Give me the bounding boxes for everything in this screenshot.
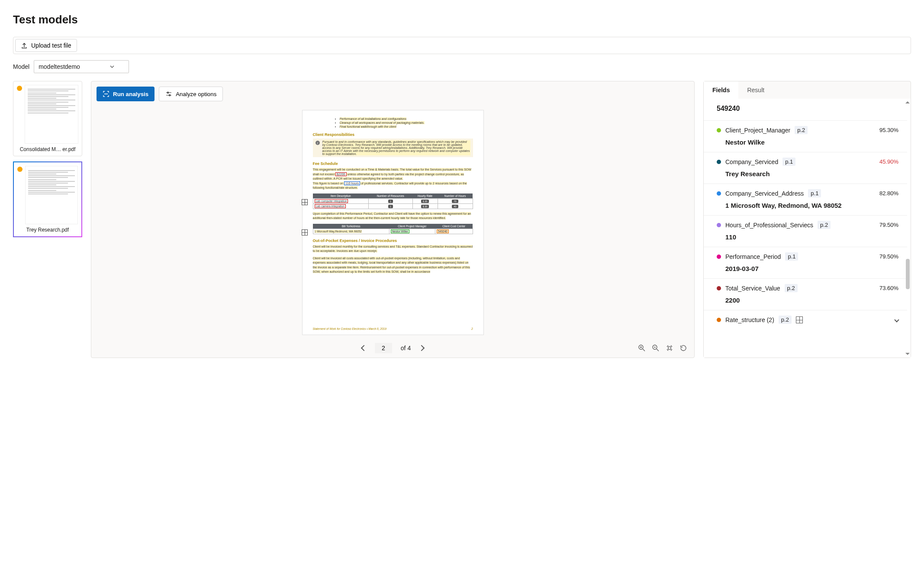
field-name: Company_Serviced [725,158,778,165]
tab-result[interactable]: Result [738,81,773,99]
doc-paragraph: Client will be invoiced all costs associ… [313,256,473,274]
thumbnail-list: Consolidated M… er.pdfTrey Research.pdf [13,81,82,358]
highlight-cost-center: 549240 [437,229,449,233]
page-number-input[interactable] [375,343,392,353]
field-item[interactable]: Rate_structure (2) p.2 [704,310,907,330]
chevron-down-icon[interactable] [894,317,899,322]
analyze-options-label: Analyze options [176,91,216,97]
field-page-badge: p.2 [818,221,831,229]
analyze-options-button[interactable]: Analyze options [159,87,223,101]
viewer-pagination: of 4 [91,339,694,358]
thumbnail-preview [25,166,78,224]
field-confidence: 95.30% [879,127,898,133]
scroll-down-icon[interactable] [905,353,910,355]
results-tabs: Fields Result [704,81,911,99]
field-value: Trey Research [725,170,898,177]
field-item[interactable]: Total_Service_Value p.2 73.60% 2200 [704,278,907,310]
highlight-hours: 110 hours [344,181,360,185]
doc-paragraph: Client will be invoiced monthly for the … [313,245,473,254]
field-color-dot-icon [717,191,721,196]
info-icon: i [316,141,320,145]
fit-icon[interactable] [666,344,673,352]
zoom-out-icon[interactable] [652,344,660,352]
fields-list: 549240 Client_Project_Manager p.2 95.30%… [704,99,911,358]
table-icon[interactable] [302,199,308,205]
rotate-icon[interactable] [679,344,687,352]
field-item[interactable]: Client_Project_Manager p.2 95.30% Nestor… [704,120,907,152]
doc-heading: Client Responsibilities [313,132,473,137]
field-color-dot-icon [717,160,721,164]
page-total-label: of 4 [401,345,411,351]
doc-callout: i Pursuant to and in conformance with an… [313,139,473,157]
field-confidence: 73.60% [879,285,898,291]
doc-bullet: Final functional walkthrough with the cl… [340,125,396,128]
highlight-project-manager: Nestor Wilke [391,229,409,233]
page-title: Test models [13,13,911,26]
chevron-down-icon [109,64,115,69]
thumbnail-card[interactable]: Trey Research.pdf [13,161,82,237]
zoom-in-icon[interactable] [638,344,646,352]
field-name: Performance_Period [725,253,781,260]
upload-test-file-button[interactable]: Upload test file [15,39,77,52]
field-item[interactable]: Company_Serviced p.1 45.90% Trey Researc… [704,152,907,184]
field-name: Client_Project_Manager [725,127,790,134]
tab-fields[interactable]: Fields [704,81,738,99]
doc-heading: Out-of-Pocket Expenses / Invoice Procedu… [313,239,473,243]
field-color-dot-icon [717,255,721,259]
model-select-value: modeltestdemo [39,63,80,70]
field-confidence: 79.50% [879,253,898,260]
prev-page-button[interactable] [361,345,367,351]
field-name: Total_Service_Value [725,285,780,292]
field-color-dot-icon [717,286,721,290]
document-viewer: Run analysis Analyze options Performance… [91,81,695,358]
field-item[interactable]: Performance_Period p.1 79.50% 2019-03-07 [704,247,907,278]
next-page-button[interactable] [419,345,425,351]
field-page-badge: p.1 [785,252,798,261]
status-dot-icon [17,86,22,91]
field-color-dot-icon [717,223,721,227]
field-page-badge: p.2 [795,126,808,134]
sliders-icon [165,90,172,97]
table-icon[interactable] [302,229,308,235]
field-value: 1 Microsoft Way, Redmond, WA 98052 [725,202,898,209]
field-color-dot-icon [717,128,721,132]
highlight-total-value: $2200 [335,172,346,176]
svg-rect-4 [668,347,671,349]
field-confidence: 45.90% [879,158,898,165]
doc-heading: Fee Schedule [313,161,473,166]
field-value: Nestor Wilke [725,139,898,146]
field-confidence: 79.50% [879,222,898,228]
field-item[interactable]: Company_Serviced_Address p.1 82.80% 1 Mi… [704,184,907,215]
run-analysis-button[interactable]: Run analysis [97,87,155,101]
field-color-dot-icon [717,318,721,322]
field-page-badge: p.2 [779,316,792,324]
doc-paragraph: This figure is based on 110 hours of pro… [313,181,473,190]
doc-paragraph: This engagement will be conducted on a T… [313,168,473,181]
top-value: 549240 [704,99,907,120]
thumbnail-card[interactable]: Consolidated M… er.pdf [13,81,82,156]
results-panel: Fields Result 549240 Client_Project_Mana… [703,81,911,358]
scan-icon [103,90,109,97]
billing-table: Bill To/AddressClient Project ManagerCli… [313,224,473,234]
field-confidence: 82.80% [879,190,898,197]
run-analysis-label: Run analysis [113,91,148,97]
scroll-up-icon[interactable] [905,101,910,103]
doc-bullet: Performance of all installations and con… [340,117,406,120]
viewer-toolbar: Run analysis Analyze options [91,81,694,106]
table-icon [796,316,803,323]
field-value: 2200 [725,297,898,304]
fee-table: Item DescriptionNumber of ResourcesHourl… [313,193,473,209]
field-item[interactable]: Hours_of_Professional_Serviecs p.2 79.50… [704,215,907,247]
doc-page-number: 2 [471,327,473,330]
thumbnail-name: Trey Research.pdf [17,227,78,233]
scrollbar-thumb[interactable] [906,259,910,289]
top-toolbar: Upload test file [13,37,911,54]
doc-paragraph: Pursuant to and in conformance with any … [322,140,470,155]
field-name: Rate_structure (2) [725,316,774,323]
doc-paragraph: Upon completion of this Performance Peri… [313,212,473,221]
status-dot-icon [17,167,23,172]
doc-footer-text: Statement of Work for Contoso Electronic… [313,327,386,330]
document-page: Performance of all installations and con… [302,110,484,335]
field-value: 2019-03-07 [725,265,898,272]
model-select[interactable]: modeltestdemo [34,60,129,73]
